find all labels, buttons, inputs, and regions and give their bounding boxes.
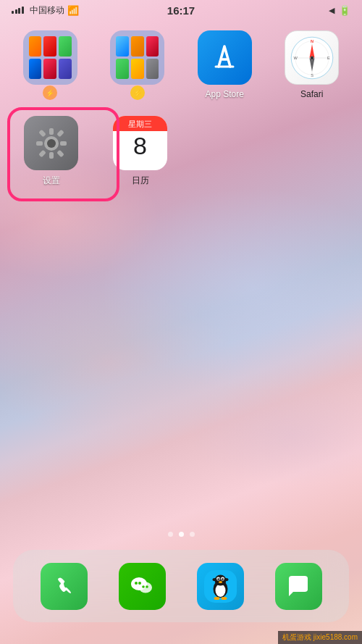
wifi-icon: 📶	[67, 5, 79, 16]
status-left: 中国移动 📶	[12, 4, 79, 17]
time-display: 16:17	[167, 4, 195, 17]
appstore-item[interactable]: App Store	[198, 30, 252, 99]
dock-qq[interactable]	[197, 563, 244, 610]
svg-rect-21	[56, 149, 64, 157]
svg-point-7	[310, 56, 313, 59]
svg-point-26	[142, 585, 145, 588]
folder-mini-icon	[43, 59, 56, 79]
svg-point-27	[146, 585, 148, 588]
dot-3	[190, 532, 195, 537]
svg-point-42	[221, 597, 227, 600]
svg-text:S: S	[311, 73, 313, 78]
settings-gear-svg	[33, 125, 70, 162]
svg-point-39	[212, 578, 216, 581]
folder-1-item[interactable]: ⚡	[23, 30, 77, 100]
svg-point-38	[219, 581, 222, 583]
dot-1	[168, 532, 173, 537]
svg-point-41	[214, 597, 219, 600]
status-right: ◀ 🔋	[329, 5, 350, 16]
folder-mini-icon	[59, 36, 72, 57]
carrier-label: 中国移动	[30, 4, 64, 17]
watermark-text: 机蛋游戏 jixie5188.com	[282, 633, 358, 641]
location-icon: ◀	[329, 6, 334, 15]
svg-point-13	[47, 139, 56, 148]
folder-mini-icon	[29, 59, 42, 79]
folder-2-icon	[110, 30, 164, 85]
folder-1-icon	[23, 30, 77, 85]
svg-rect-19	[56, 129, 64, 137]
wechat-icon	[119, 563, 166, 610]
folder-mini-icon	[146, 59, 159, 79]
dock	[13, 550, 349, 622]
settings-icon-el	[24, 116, 78, 170]
dock-wechat[interactable]	[119, 563, 166, 610]
message-icon	[275, 563, 322, 610]
folder-mini-icon	[29, 36, 42, 57]
notification-badge: ⚡	[43, 85, 57, 100]
appstore-icon	[198, 30, 252, 85]
settings-label: 设置	[43, 175, 60, 187]
svg-rect-15	[49, 152, 54, 159]
svg-point-34	[217, 577, 219, 580]
folder-mini-icon	[116, 36, 129, 57]
svg-text:E: E	[327, 56, 330, 60]
qq-icon	[197, 563, 244, 610]
safari-compass-svg: N S W E	[290, 36, 334, 80]
message-svg	[286, 574, 311, 598]
svg-rect-20	[38, 149, 46, 157]
phone-icon	[41, 563, 88, 610]
folder-mini-icon	[146, 36, 159, 57]
svg-point-25	[138, 582, 141, 585]
qq-svg	[204, 570, 237, 603]
settings-item[interactable]: 设置	[13, 116, 89, 187]
svg-rect-18	[38, 129, 46, 137]
page-dots	[0, 532, 362, 537]
svg-point-30	[215, 584, 225, 597]
battery-icon: 🔋	[339, 5, 350, 16]
svg-point-24	[135, 582, 138, 585]
svg-point-36	[217, 578, 218, 579]
svg-text:W: W	[293, 56, 298, 60]
app-row-2: 设置 星期三 8 日历	[10, 116, 352, 187]
signal-icon	[12, 7, 24, 14]
safari-label: Safari	[300, 89, 323, 99]
folder-mini-icon	[43, 36, 56, 57]
wechat-svg	[128, 572, 156, 600]
folder-mini-icon	[131, 36, 144, 57]
calendar-item[interactable]: 星期三 8 日历	[102, 116, 178, 187]
badge-icon-2: ⚡	[133, 89, 142, 97]
svg-point-40	[224, 578, 228, 581]
calendar-label: 日历	[132, 175, 149, 187]
calendar-day-number: 8	[133, 133, 147, 158]
folder-mini-icon	[116, 59, 129, 79]
notification-badge-2: ⚡	[130, 85, 145, 100]
app-row-1: ⚡ ⚡ App Store	[10, 30, 352, 100]
safari-icon: N S W E	[285, 30, 339, 85]
svg-point-35	[221, 577, 223, 580]
badge-icon: ⚡	[46, 89, 54, 97]
svg-text:N: N	[311, 38, 313, 43]
dock-message[interactable]	[275, 563, 322, 610]
svg-rect-17	[60, 141, 67, 146]
appstore-logo	[209, 42, 240, 74]
dock-phone[interactable]	[41, 563, 88, 610]
calendar-weekday: 星期三	[113, 116, 167, 131]
status-bar: 中国移动 📶 16:17 ◀ 🔋	[0, 0, 362, 20]
folder-2-item[interactable]: ⚡	[110, 30, 164, 100]
svg-rect-14	[49, 128, 54, 135]
svg-point-37	[222, 578, 222, 579]
safari-item[interactable]: N S W E Safari	[285, 30, 339, 99]
calendar-icon-el: 星期三 8	[113, 116, 167, 170]
watermark: 机蛋游戏 jixie5188.com	[278, 631, 362, 644]
appstore-label: App Store	[206, 89, 244, 99]
phone-svg	[52, 574, 75, 598]
dot-2	[179, 532, 184, 537]
folder-mini-icon	[131, 59, 144, 79]
folder-mini-icon	[59, 59, 72, 79]
svg-rect-16	[36, 141, 43, 146]
